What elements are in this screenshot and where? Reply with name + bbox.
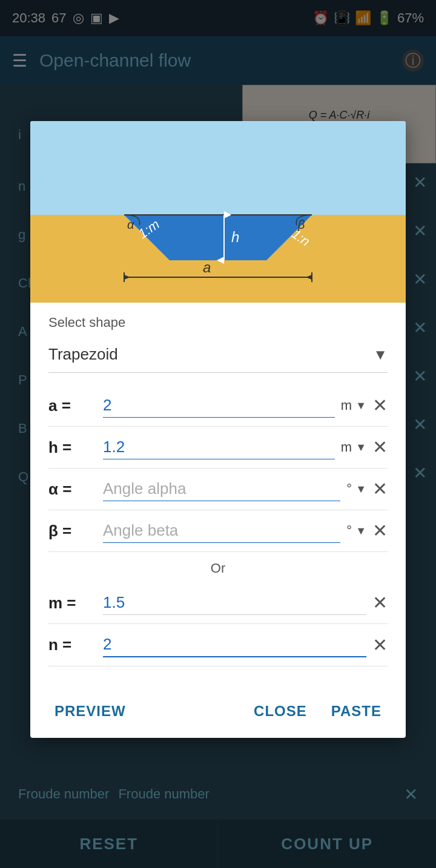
unit-label-h: m [341, 439, 352, 455]
field-input-a[interactable] [103, 393, 335, 418]
shape-value: Trapezoid [48, 345, 118, 364]
svg-text:a: a [203, 259, 211, 275]
svg-text:β: β [297, 218, 305, 231]
unit-area-h: m ▼ [341, 439, 366, 455]
select-shape-label: Select shape [48, 315, 388, 330]
close-button[interactable]: CLOSE [248, 697, 313, 726]
field-label-m: m = [48, 594, 97, 613]
unit-area-beta: ° ▼ [346, 523, 366, 539]
unit-dropdown-icon-alpha[interactable]: ▼ [355, 483, 366, 496]
clear-btn-h[interactable]: ✕ [372, 438, 388, 456]
field-row-n: n = ✕ [48, 624, 388, 666]
field-row-a: a = m ▼ ✕ [48, 385, 388, 427]
field-label-beta: β = [48, 522, 97, 541]
field-row-m: m = ✕ [48, 582, 388, 624]
modal-dialog: 1:m 1:n h a α β [30, 121, 406, 738]
modal-footer: PREVIEW CLOSE PASTE [30, 685, 406, 738]
unit-dropdown-icon-beta[interactable]: ▼ [355, 525, 366, 538]
unit-dropdown-icon-h[interactable]: ▼ [355, 441, 366, 454]
preview-button[interactable]: PREVIEW [48, 697, 132, 726]
field-row-beta: β = ° ▼ ✕ [48, 510, 388, 552]
modal-body: Select shape Trapezoid ▼ a = m ▼ ✕ h = m… [30, 303, 406, 679]
unit-dropdown-icon-a[interactable]: ▼ [355, 399, 366, 412]
unit-label-a: m [341, 398, 352, 413]
field-input-h[interactable] [103, 435, 335, 459]
field-row-alpha: α = ° ▼ ✕ [48, 469, 388, 510]
clear-btn-m[interactable]: ✕ [372, 594, 388, 612]
field-label-h: h = [48, 438, 97, 457]
field-row-h: h = m ▼ ✕ [48, 427, 388, 469]
unit-area-a: m ▼ [341, 398, 366, 413]
clear-btn-alpha[interactable]: ✕ [372, 480, 388, 498]
clear-btn-n[interactable]: ✕ [372, 636, 388, 654]
field-input-m[interactable] [103, 591, 366, 615]
paste-button[interactable]: PASTE [325, 697, 388, 726]
unit-area-alpha: ° ▼ [346, 481, 366, 497]
clear-btn-beta[interactable]: ✕ [372, 522, 388, 540]
field-input-alpha[interactable] [103, 477, 340, 501]
dropdown-chevron-icon: ▼ [373, 346, 388, 363]
field-input-n[interactable] [103, 633, 366, 657]
field-input-beta[interactable] [103, 519, 340, 543]
unit-label-beta: ° [346, 523, 352, 539]
unit-label-alpha: ° [346, 481, 352, 497]
svg-text:α: α [127, 218, 134, 231]
shape-selector[interactable]: Trapezoid ▼ [48, 337, 388, 373]
svg-text:h: h [231, 229, 239, 245]
field-label-alpha: α = [48, 480, 97, 499]
trapezoid-diagram: 1:m 1:n h a α β [30, 121, 406, 303]
field-label-a: a = [48, 396, 97, 415]
footer-right-buttons: CLOSE PASTE [248, 697, 388, 726]
or-divider: Or [48, 552, 388, 582]
clear-btn-a[interactable]: ✕ [372, 396, 388, 415]
field-label-n: n = [48, 636, 97, 654]
